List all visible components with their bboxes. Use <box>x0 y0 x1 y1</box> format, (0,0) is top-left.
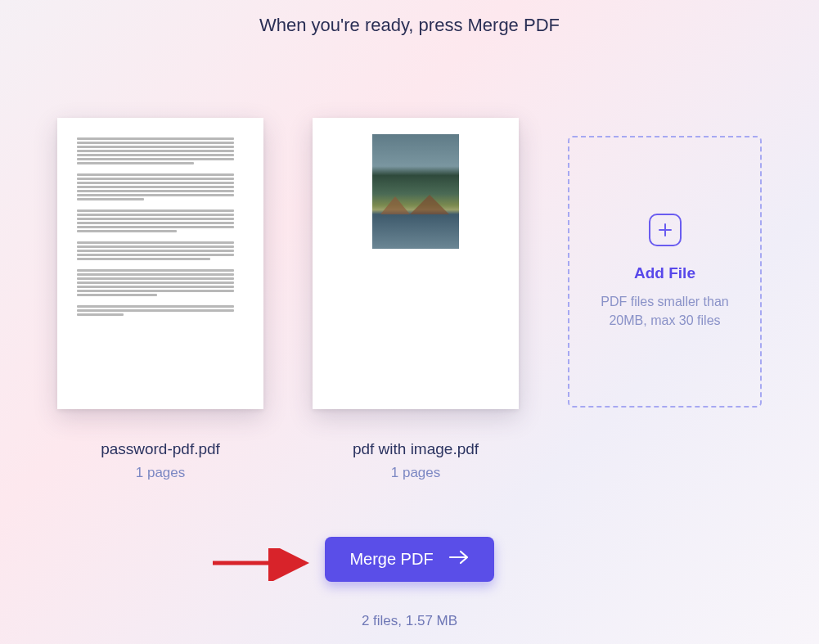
file-pages: 1 pages <box>391 465 441 481</box>
add-file-title: Add File <box>634 264 695 282</box>
file-summary: 2 files, 1.57 MB <box>362 613 457 629</box>
file-thumbnail <box>57 118 263 409</box>
image-preview <box>372 134 459 249</box>
file-name: password-pdf.pdf <box>101 440 220 458</box>
page-title: When you're ready, press Merge PDF <box>0 0 819 36</box>
file-card[interactable]: pdf with image.pdf 1 pages <box>313 118 519 481</box>
merge-pdf-button[interactable]: Merge PDF <box>325 537 493 582</box>
file-thumbnail <box>313 118 519 409</box>
file-name: pdf with image.pdf <box>353 440 479 458</box>
merge-button-label: Merge PDF <box>349 550 433 569</box>
arrow-right-icon <box>448 550 470 569</box>
file-card[interactable]: password-pdf.pdf 1 pages <box>57 118 263 481</box>
file-list: password-pdf.pdf 1 pages pdf with image.… <box>0 118 819 481</box>
file-pages: 1 pages <box>136 465 186 481</box>
add-file-description: PDF files smaller than 20MB, max 30 file… <box>600 292 731 330</box>
plus-icon <box>649 214 682 246</box>
add-file-dropzone[interactable]: Add File PDF files smaller than 20MB, ma… <box>568 136 762 408</box>
